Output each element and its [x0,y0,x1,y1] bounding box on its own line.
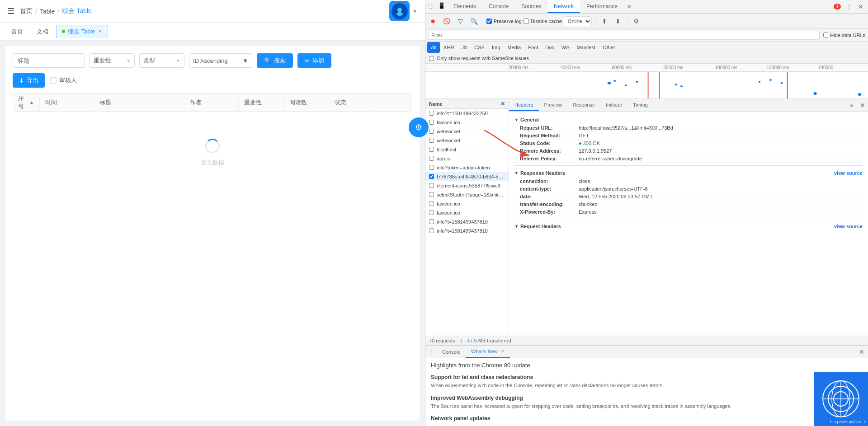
reviewer-checkbox[interactable] [50,77,57,84]
type-tab-manifest[interactable]: Manifest [573,42,599,53]
tab-sources[interactable]: Sources [515,0,547,13]
search-button[interactable]: 🔍 搜索 [257,53,293,68]
type-tab-ws[interactable]: WS [558,42,573,53]
console-tab-whatsnew[interactable]: What's New ✕ [466,346,509,358]
col-importance[interactable]: 重要性 [239,94,284,111]
request-item[interactable]: info?token=admin-token [425,163,509,172]
hide-data-urls-label[interactable]: Hide data URLs [823,33,865,38]
tab-docs[interactable]: 文档 [31,25,54,38]
request-checkbox[interactable] [429,111,434,116]
tab-elements[interactable]: Elements [447,0,482,13]
upload-icon[interactable]: ⬆ [599,15,610,27]
error-badge-area[interactable]: 1 [832,1,843,12]
detail-tab-timing[interactable]: Timing [627,99,653,111]
request-checkbox[interactable] [429,192,434,197]
request-headers-section-header[interactable]: ▼ Request Headers view source [514,222,863,231]
general-section-header[interactable]: ▼ General [514,115,863,124]
request-item[interactable]: element-icons.535877f5.woff [425,181,509,190]
devtools-device-icon[interactable]: 📱 [436,0,447,11]
view-source-request-link[interactable]: view source [834,224,863,229]
title-input[interactable] [13,53,85,68]
response-headers-section-header[interactable]: ▼ Response Headers view source [514,169,863,178]
request-item[interactable]: app.js [425,154,509,163]
console-tab-dots[interactable]: ⋮ [425,346,437,358]
type-tab-media[interactable]: Media [504,42,524,53]
settings-gear-button[interactable]: ⚙ [409,117,429,137]
detail-close-button[interactable]: ✕ [857,99,868,111]
devtools-close-icon[interactable]: ✕ [855,1,866,12]
disable-cache-label[interactable]: Disable cache [524,19,562,24]
request-item[interactable]: f778738c-e4f8-4870-b634-56703b [425,172,509,181]
network-filter-input[interactable] [428,31,820,40]
logo-dropdown-arrow[interactable]: ▼ [412,8,418,14]
request-checkbox[interactable] [429,201,434,206]
tab-home[interactable]: 首页 [5,25,29,38]
whatsnew-tab-close[interactable]: ✕ [500,348,505,354]
devtools-settings-icon[interactable]: ⚙ [631,15,642,27]
request-checkbox[interactable] [429,183,434,188]
detail-tab-preview[interactable]: Preview [539,99,567,111]
console-close-button[interactable]: ✕ [855,346,868,358]
col-id[interactable]: 序号 ▲ [13,94,40,111]
tab-console[interactable]: Console [482,0,515,13]
samesite-checkbox[interactable] [429,56,434,61]
type-tab-img[interactable]: Img [488,42,504,53]
detail-tab-response[interactable]: Response [567,99,601,111]
tab-network[interactable]: Network [547,0,580,13]
type-tab-other[interactable]: Other [599,42,619,53]
request-item[interactable]: localhost [425,145,509,154]
request-item[interactable]: info?t=1581499432250 [425,109,509,118]
sort-select[interactable]: ID Ascending ▼ [189,53,252,68]
request-checkbox[interactable] [429,120,434,125]
request-checkbox[interactable] [429,228,434,233]
request-checkbox[interactable] [429,165,434,170]
reviewer-checkbox-label[interactable]: 审核人 [50,76,77,84]
search-icon[interactable]: 🔍 [468,15,480,27]
hamburger-icon[interactable]: ☰ [7,6,14,16]
preserve-log-label[interactable]: Preserve log [486,19,522,24]
request-item[interactable]: selectStudent?page=1&limit=20& [425,190,509,199]
type-select[interactable]: 类型 ▼ [139,53,184,68]
disable-cache-checkbox[interactable] [524,19,529,24]
close-detail-icon[interactable]: ✕ [500,101,505,107]
col-author[interactable]: 作者 [184,94,239,111]
detail-tab-more[interactable]: » [846,99,857,111]
col-reads[interactable]: 阅读数 [284,94,329,111]
breadcrumb-home[interactable]: 首页 [20,7,33,15]
request-checkbox[interactable] [429,147,434,152]
filter-icon[interactable]: ▽ [454,15,466,27]
tab-performance[interactable]: Performance [580,0,624,13]
devtools-inspect-icon[interactable]: ⬚ [425,0,436,11]
type-tab-font[interactable]: Font [524,42,542,53]
detail-tab-initiator[interactable]: Initiator [600,99,627,111]
col-status[interactable]: 状态 [329,94,374,111]
view-source-response-link[interactable]: view source [834,170,863,176]
type-tab-js[interactable]: JS [458,42,471,53]
preserve-log-checkbox[interactable] [486,19,492,24]
request-item[interactable]: websocket [425,136,509,145]
breadcrumb-table[interactable]: Table [40,8,55,15]
hide-data-urls-checkbox[interactable] [823,33,828,37]
record-button[interactable]: ⏺ [427,15,439,27]
request-item[interactable]: info?t=1581499437810 [425,217,509,226]
export-button[interactable]: ⬇ 导出 [13,73,45,88]
tab-close-icon[interactable]: ✕ [98,28,102,34]
type-tab-doc[interactable]: Doc [542,42,558,53]
request-checkbox[interactable] [429,219,434,224]
request-item[interactable]: websocket [425,127,509,136]
type-tab-all[interactable]: All [427,42,440,53]
add-button[interactable]: ✏ 添加 [297,53,331,68]
importance-select[interactable]: 重要性 ▼ [90,53,135,68]
detail-tab-headers[interactable]: Headers [509,99,539,111]
request-item[interactable]: favicon.ico [425,118,509,127]
type-tab-css[interactable]: CSS [471,42,488,53]
request-item[interactable]: info?t=1581499437810 [425,226,509,235]
devtools-more-menu-icon[interactable]: ⋮ [844,1,854,12]
tab-comprehensive-table[interactable]: 综合 Table ✕ [56,25,108,38]
request-checkbox[interactable] [429,174,434,179]
online-select[interactable]: Online [564,16,592,26]
console-tab-console[interactable]: Console [437,346,466,358]
download-icon[interactable]: ⬇ [612,15,624,27]
type-tab-xhr[interactable]: XHR [440,42,458,53]
request-checkbox[interactable] [429,129,434,134]
